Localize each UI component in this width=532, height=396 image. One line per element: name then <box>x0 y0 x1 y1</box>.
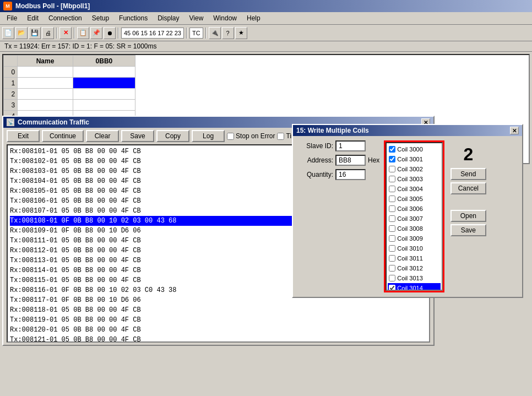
write-form: Slave ID: Address: Hex Quantity: <box>297 140 379 166</box>
toolbar-sep5 <box>205 28 207 39</box>
write-multiple-coils-dialog: 15: Write Multiple Coils ✕ Slave ID: Add… <box>292 124 523 166</box>
save-button[interactable]: Save <box>121 130 154 142</box>
toolbar-new[interactable]: 📄 <box>2 27 14 39</box>
stop-on-error-label[interactable]: Stop on Error <box>227 132 275 140</box>
address-label: Address: <box>297 156 333 164</box>
exit-button[interactable]: Exit <box>7 130 40 142</box>
title-bar: M Modbus Poll - [Mbpoll1] <box>0 0 532 12</box>
toolbar-sep3 <box>118 28 119 39</box>
write-dialog-title-text: 15: Write Multiple Coils <box>296 127 369 134</box>
address-suffix: Hex <box>368 156 379 164</box>
table-row-name <box>18 100 73 111</box>
clear-button[interactable]: Clear <box>86 130 119 142</box>
table-row: 2 <box>4 89 135 100</box>
status-text: Tx = 11924: Err = 157: ID = 1: F = 05: S… <box>4 42 156 50</box>
write-dialog-title: 15: Write Multiple Coils ✕ <box>293 125 522 136</box>
coil-checkbox[interactable] <box>389 166 395 166</box>
table-row-index: 0 <box>4 67 18 78</box>
menu-window[interactable]: Window <box>209 13 241 23</box>
coil-list[interactable]: Coil 3000Coil 3001Coil 3002Coil 3003Coil… <box>386 142 443 166</box>
toolbar-sep4 <box>186 28 187 39</box>
table-row-value[interactable] <box>73 89 135 100</box>
address-input[interactable] <box>335 155 366 166</box>
toolbar-record[interactable]: ⏺ <box>104 27 116 39</box>
menu-display[interactable]: Display <box>153 13 183 23</box>
toolbar-tc-label: TC <box>189 28 203 39</box>
table-row-name <box>18 78 73 89</box>
table-row: 0 <box>4 67 135 78</box>
toolbar-conn[interactable]: 🔌 <box>209 27 221 39</box>
table-row-value[interactable] <box>73 78 135 89</box>
menu-edit[interactable]: Edit <box>23 13 43 23</box>
table-col-value-header: 0BB0 <box>73 56 135 67</box>
toolbar-extra[interactable]: ★ <box>235 27 247 39</box>
toolbar: 📄 📂 💾 🖨 ✕ 📋 📌 ⏺ 45 06 15 16 17 22 23 TC … <box>0 25 532 41</box>
write-dialog-close[interactable]: ✕ <box>510 127 519 134</box>
toolbar-print[interactable]: 🖨 <box>42 27 54 39</box>
log-button[interactable]: Log <box>192 130 225 142</box>
slave-id-row: Slave ID: <box>297 140 379 151</box>
time-stamp-checkbox[interactable] <box>277 133 284 140</box>
menu-view[interactable]: View <box>185 13 208 23</box>
table-row-name <box>18 89 73 100</box>
copy-button[interactable]: Copy <box>156 130 189 142</box>
coil-list-container: Coil 3000Coil 3001Coil 3002Coil 3003Coil… <box>384 140 444 166</box>
menu-functions[interactable]: Functions <box>115 13 152 23</box>
table-row: 3 <box>4 100 135 111</box>
address-row: Address: Hex <box>297 155 379 166</box>
toolbar-tx-label: 45 06 15 16 17 22 23 <box>121 28 184 39</box>
toolbar-help[interactable]: ? <box>222 27 234 39</box>
toolbar-sep2 <box>74 28 75 39</box>
coil-label: Coil 3000 <box>397 146 422 153</box>
coil-label: Coil 3001 <box>397 156 422 162</box>
table-row-value[interactable] <box>73 67 135 78</box>
table-row-index: 3 <box>4 100 18 111</box>
table-row: 1 <box>4 78 135 89</box>
menu-setup[interactable]: Setup <box>88 13 113 23</box>
write-dialog-body: Slave ID: Address: Hex Quantity: Coil 30… <box>293 136 522 166</box>
slave-id-label: Slave ID: <box>297 142 333 150</box>
menu-connection[interactable]: Connection <box>44 13 86 23</box>
number-badge-area: 2 <box>449 140 487 166</box>
toolbar-open[interactable]: 📂 <box>15 27 28 39</box>
app-icon: M <box>3 2 12 10</box>
table-name-header <box>4 56 18 67</box>
coil-checkbox[interactable] <box>389 156 395 162</box>
stop-on-error-checkbox[interactable] <box>227 133 234 140</box>
slave-id-input[interactable] <box>335 140 366 151</box>
toolbar-paste[interactable]: 📌 <box>90 27 102 39</box>
status-bar: Tx = 11924: Err = 157: ID = 1: F = 05: S… <box>0 41 532 52</box>
toolbar-save[interactable]: 💾 <box>29 27 41 39</box>
toolbar-sep1 <box>56 28 57 39</box>
write-right-panel: 2 Send Cancel Open Save <box>449 140 487 166</box>
menu-file[interactable]: File <box>2 13 21 23</box>
coil-item[interactable]: Coil 3000 <box>388 144 441 154</box>
toolbar-stop[interactable]: ✕ <box>59 27 72 39</box>
table-col-name-header: Name <box>18 56 73 67</box>
table-row-name <box>18 67 73 78</box>
coil-label: Coil 3002 <box>397 166 422 166</box>
table-row-value[interactable] <box>73 100 135 111</box>
number-badge: 2 <box>463 144 473 165</box>
continue-button[interactable]: Continue <box>42 130 84 142</box>
comm-dialog-title-text: Communication Traffic <box>18 118 89 126</box>
coil-item[interactable]: Coil 3002 <box>388 164 441 166</box>
menu-bar: File Edit Connection Setup Functions Dis… <box>0 12 532 25</box>
table-row-index: 1 <box>4 78 18 89</box>
window-title: Modbus Poll - [Mbpoll1] <box>15 2 529 10</box>
coil-checkbox[interactable] <box>389 146 395 153</box>
menu-help[interactable]: Help <box>242 13 265 23</box>
toolbar-copy[interactable]: 📋 <box>77 27 89 39</box>
stop-on-error-text: Stop on Error <box>236 132 275 140</box>
table-row-index: 2 <box>4 89 18 100</box>
coil-item[interactable]: Coil 3001 <box>388 154 441 164</box>
